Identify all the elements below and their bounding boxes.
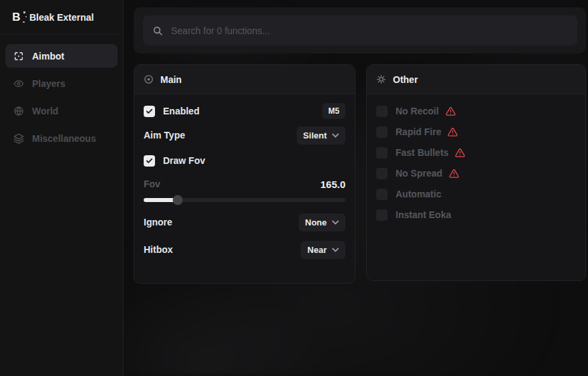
rapid-fire-toggle[interactable]: Rapid Fire: [376, 123, 576, 140]
warning-triangle-icon: [448, 127, 458, 137]
aim-type-dropdown[interactable]: Silent: [297, 126, 345, 145]
globe-icon: [13, 106, 24, 116]
search-icon: [152, 25, 163, 36]
warning-triangle-icon: [455, 148, 465, 158]
sidebar-nav: Aimbot Players World Miscellaneous: [0, 35, 123, 150]
gear-icon: [376, 74, 386, 84]
aim-type-row: Aim Type Silent: [144, 126, 345, 144]
other-panel-title: Other: [393, 74, 418, 85]
sidebar-header: B Bleak External: [0, 0, 123, 35]
no-spread-toggle[interactable]: No Spread: [376, 165, 576, 182]
enabled-checkbox[interactable]: [144, 106, 155, 117]
draw-fov-checkbox[interactable]: [144, 155, 155, 167]
hitbox-value: Near: [307, 245, 327, 255]
eye-icon: [13, 78, 24, 89]
sidebar-item-miscellaneous[interactable]: Miscellaneous: [5, 126, 118, 150]
fast-bullets-toggle[interactable]: Fast Bullets: [376, 144, 576, 161]
aim-type-label: Aim Type: [144, 130, 185, 140]
sidebar-item-label: Aimbot: [32, 51, 64, 62]
sidebar: B Bleak External Aimbot Players World: [0, 0, 124, 376]
enabled-toggle[interactable]: Enabled: [144, 106, 199, 117]
fast-bullets-checkbox[interactable]: [376, 147, 388, 159]
search-box[interactable]: [143, 15, 577, 45]
no-spread-label: No Spread: [396, 168, 442, 179]
target-icon: [144, 74, 154, 84]
app-logo-icon: B: [9, 11, 23, 24]
ignore-row: Ignore None: [144, 213, 345, 231]
sidebar-item-aimbot[interactable]: Aimbot: [5, 44, 118, 68]
sidebar-item-label: World: [32, 106, 58, 116]
no-recoil-checkbox[interactable]: [376, 106, 388, 117]
automatic-label: Automatic: [396, 189, 441, 199]
automatic-toggle[interactable]: Automatic: [376, 185, 576, 203]
other-panel: Other No Recoil Rapid Fire: [366, 64, 586, 281]
instant-eoka-label: Instant Eoka: [396, 209, 451, 220]
sidebar-item-label: Players: [32, 78, 65, 89]
hitbox-label: Hitbox: [144, 244, 173, 255]
hitbox-row: Hitbox Near: [144, 241, 345, 258]
rapid-fire-label: Rapid Fire: [396, 126, 441, 137]
fov-row: Fov 165.0: [144, 178, 345, 190]
crosshair-scan-icon: [13, 51, 24, 62]
check-icon: [146, 108, 153, 115]
enabled-label: Enabled: [163, 106, 199, 116]
no-spread-checkbox[interactable]: [376, 168, 388, 179]
check-icon: [146, 157, 153, 165]
main-panel-body: Enabled M5 Aim Type Silent Draw Fov Fov …: [134, 102, 355, 258]
fov-slider[interactable]: [144, 195, 345, 205]
main-panel-header: Main: [134, 65, 355, 94]
ignore-value: None: [305, 217, 327, 227]
draw-fov-label: Draw Fov: [163, 155, 205, 166]
fov-value: 165.0: [320, 179, 345, 190]
draw-fov-toggle[interactable]: Draw Fov: [144, 152, 345, 169]
app-title: Bleak External: [29, 12, 94, 23]
sidebar-item-players[interactable]: Players: [5, 72, 118, 95]
fov-slider-thumb[interactable]: [173, 195, 183, 205]
automatic-checkbox[interactable]: [376, 189, 388, 200]
main-panel-title: Main: [160, 74, 182, 85]
other-panel-body: No Recoil Rapid Fire Fast Bullets: [367, 102, 585, 223]
enabled-row: Enabled M5: [144, 102, 345, 120]
sidebar-item-world[interactable]: World: [5, 99, 118, 122]
rapid-fire-checkbox[interactable]: [376, 126, 388, 138]
hitbox-dropdown[interactable]: Near: [301, 241, 345, 259]
fast-bullets-label: Fast Bullets: [396, 147, 448, 158]
warning-triangle-icon: [449, 169, 459, 179]
chevron-down-icon: [332, 220, 339, 225]
no-recoil-toggle[interactable]: No Recoil: [376, 102, 576, 120]
warning-triangle-icon: [446, 106, 456, 116]
main-panel: Main Enabled M5 Aim Type Silent Draw Fov: [134, 64, 355, 284]
search-input[interactable]: [171, 25, 568, 36]
ignore-label: Ignore: [144, 217, 172, 227]
fov-label: Fov: [144, 179, 160, 189]
chevron-down-icon: [332, 133, 339, 138]
no-recoil-label: No Recoil: [396, 106, 439, 116]
instant-eoka-toggle[interactable]: Instant Eoka: [376, 206, 576, 223]
ignore-dropdown[interactable]: None: [299, 213, 346, 231]
aim-type-value: Silent: [303, 130, 327, 140]
sidebar-item-label: Miscellaneous: [32, 133, 96, 144]
top-bar: [134, 7, 586, 54]
logo-letter: B: [12, 11, 19, 24]
other-panel-header: Other: [367, 65, 585, 94]
enabled-keybind-button[interactable]: M5: [322, 103, 345, 119]
chevron-down-icon: [332, 248, 339, 252]
layers-icon: [13, 133, 24, 144]
instant-eoka-checkbox[interactable]: [376, 209, 388, 221]
